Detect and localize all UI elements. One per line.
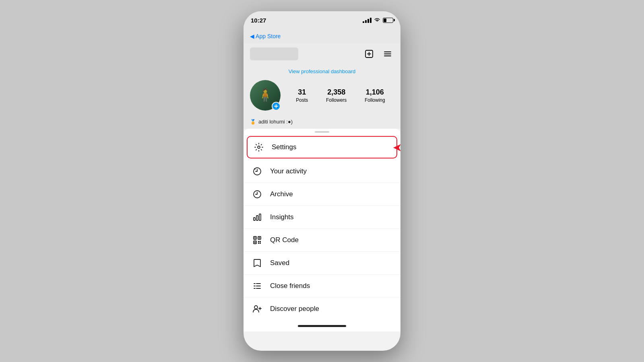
profile-username: aditi lohumi :●)	[258, 119, 293, 125]
svg-point-30	[254, 306, 258, 309]
archive-label: Archive	[270, 190, 293, 198]
following-label: Following	[365, 97, 385, 103]
wifi-icon	[374, 18, 380, 23]
list-icon	[252, 280, 263, 292]
followers-stat[interactable]: 2,358 Followers	[326, 88, 347, 103]
bar-chart-icon	[252, 212, 263, 223]
svg-rect-20	[258, 241, 259, 242]
posts-stat[interactable]: 31 Posts	[296, 88, 308, 103]
avatar-add-button[interactable]	[272, 102, 281, 111]
menu-item-archive[interactable]: Archive	[244, 183, 400, 206]
svg-rect-13	[259, 214, 261, 220]
menu-item-your-activity[interactable]: Your activity	[244, 160, 400, 183]
menu-item-settings[interactable]: Settings ➤	[247, 136, 397, 158]
home-bar	[298, 325, 346, 327]
header-icons	[363, 47, 394, 60]
following-stat[interactable]: 1,106 Following	[365, 88, 385, 103]
posts-count: 31	[298, 88, 306, 97]
drag-handle	[315, 131, 329, 133]
dropdown-menu: Settings ➤ Your activity	[244, 129, 400, 320]
username-row: 🏅 aditi lohumi :●)	[244, 116, 400, 129]
verified-icon: 🏅	[250, 119, 256, 125]
following-count: 1,106	[366, 88, 384, 97]
bookmark-icon	[252, 257, 263, 269]
your-activity-label: Your activity	[270, 167, 307, 175]
gear-icon	[253, 142, 264, 153]
close-friends-label: Close friends	[270, 282, 310, 290]
hamburger-menu-button[interactable]	[381, 47, 394, 60]
menu-item-insights[interactable]: Insights	[244, 206, 400, 229]
qr-icon	[252, 234, 263, 246]
settings-label: Settings	[272, 143, 296, 151]
professional-dashboard-link[interactable]: View professional dashboard	[250, 68, 394, 74]
phone-frame: 10:27 ◀ App Store	[244, 11, 400, 351]
menu-item-close-friends[interactable]: Close friends	[244, 275, 400, 298]
svg-rect-18	[259, 237, 260, 239]
posts-label: Posts	[296, 97, 308, 103]
home-indicator	[244, 320, 400, 331]
qr-code-label: QR Code	[270, 236, 299, 244]
appstore-bar: ◀ App Store	[244, 29, 400, 43]
menu-item-discover-people[interactable]: Discover people	[244, 298, 400, 320]
svg-rect-21	[260, 241, 261, 242]
svg-rect-12	[256, 216, 258, 220]
avatar-image: 🧍	[257, 88, 273, 103]
svg-rect-11	[254, 218, 255, 220]
archive-icon	[252, 189, 263, 200]
stats-container: 31 Posts 2,358 Followers 1,106 Following	[287, 88, 394, 103]
followers-label: Followers	[326, 97, 347, 103]
svg-rect-19	[254, 242, 256, 243]
battery-icon	[383, 18, 393, 23]
saved-label: Saved	[270, 259, 289, 267]
svg-rect-23	[260, 243, 261, 244]
svg-rect-22	[258, 243, 259, 244]
signal-bars-icon	[363, 18, 372, 23]
status-bar: 10:27	[244, 11, 400, 29]
new-post-button[interactable]	[363, 47, 376, 60]
svg-rect-17	[254, 237, 256, 239]
username-box[interactable]	[250, 47, 298, 60]
add-person-icon	[252, 303, 263, 315]
status-time: 10:27	[251, 17, 266, 24]
followers-count: 2,358	[327, 88, 345, 97]
menu-item-qr-code[interactable]: QR Code	[244, 229, 400, 252]
discover-people-label: Discover people	[270, 305, 319, 313]
ig-header	[244, 43, 400, 64]
avatar-wrapper: 🧍	[250, 80, 281, 111]
appstore-back-button[interactable]: ◀ App Store	[250, 33, 281, 39]
red-arrow-icon: ➤	[393, 141, 400, 154]
profile-section: View professional dashboard 🧍 31 Posts	[244, 64, 400, 116]
menu-item-saved[interactable]: Saved	[244, 252, 400, 275]
insights-label: Insights	[270, 213, 294, 221]
activity-icon	[252, 166, 263, 177]
status-icons	[363, 18, 393, 23]
svg-point-8	[258, 146, 260, 148]
profile-stats-row: 🧍 31 Posts 2,358 Followers	[250, 80, 394, 111]
